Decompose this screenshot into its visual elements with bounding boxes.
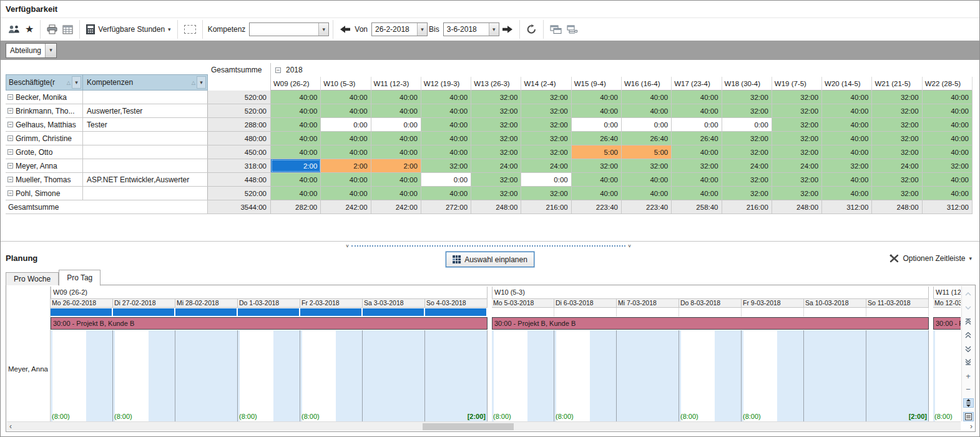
availability-cell[interactable]: 40:00 xyxy=(421,118,471,131)
schedule-selection-button[interactable]: Auswahl einplanen xyxy=(446,252,534,267)
availability-cell[interactable]: 40:00 xyxy=(271,173,321,186)
employees-icon[interactable] xyxy=(6,23,22,36)
collapse-row-icon[interactable]: − xyxy=(7,190,13,196)
employee-cell[interactable]: −Pohl, Simone xyxy=(6,187,83,200)
week-column-header[interactable]: W09 (26-2) xyxy=(271,77,321,91)
bis-date-select[interactable]: 3-6-2018 ▾ xyxy=(443,22,499,36)
availability-cell[interactable]: 0:00 xyxy=(321,118,371,131)
availability-cell[interactable]: 32:00 xyxy=(471,118,521,131)
availability-cell[interactable]: 32:00 xyxy=(521,145,571,159)
availability-cell[interactable]: 40:00 xyxy=(672,145,722,159)
availability-cell[interactable]: 26:40 xyxy=(572,132,622,145)
availability-cell[interactable]: 0:00 xyxy=(622,118,672,131)
gantt-day-header[interactable]: So 4-03-2018 xyxy=(425,299,488,307)
gantt-day-header[interactable]: Di 6-03-2018 xyxy=(554,299,617,307)
availability-cell[interactable]: 32:00 xyxy=(772,173,822,186)
availability-cell[interactable]: 2:00 xyxy=(321,159,371,172)
week-column-header[interactable]: W22 (28-5) xyxy=(923,77,973,91)
day-column[interactable]: (8:00) xyxy=(933,330,961,421)
availability-cell[interactable]: 40:00 xyxy=(271,145,321,159)
availability-cell[interactable]: 40:00 xyxy=(822,91,872,104)
availability-cell[interactable]: 32:00 xyxy=(722,145,772,159)
gantt-day-header[interactable]: Mi 7-03-2018 xyxy=(617,299,679,307)
day-column[interactable] xyxy=(363,330,425,421)
availability-cell[interactable]: 40:00 xyxy=(923,132,973,145)
availability-cell[interactable]: 32:00 xyxy=(772,187,822,200)
availability-cell[interactable]: 40:00 xyxy=(822,145,872,159)
competences-cell[interactable] xyxy=(83,132,208,145)
availability-cell[interactable]: 24:00 xyxy=(872,159,922,172)
availability-cell[interactable]: 32:00 xyxy=(722,173,772,186)
availability-cell[interactable]: 32:00 xyxy=(872,91,922,104)
page-up-icon[interactable] xyxy=(963,330,974,340)
timeline-options-button[interactable]: Optionen Zeitleiste ▾ xyxy=(889,254,972,263)
collapse-row-icon[interactable]: − xyxy=(7,135,13,141)
gantt-day-header[interactable]: Mo 12-03- xyxy=(933,299,961,307)
gantt-day-header[interactable]: Mi 28-02-2018 xyxy=(175,299,238,307)
zoom-in-icon[interactable]: + xyxy=(963,371,974,381)
availability-cell[interactable]: 32:00 xyxy=(521,118,571,131)
availability-cell[interactable]: 24:00 xyxy=(772,159,822,172)
availability-cell[interactable]: 32:00 xyxy=(471,104,521,117)
availability-cell[interactable]: 32:00 xyxy=(672,159,722,172)
week-column-header[interactable]: W11 (12-3) xyxy=(371,77,421,91)
availability-cell[interactable]: 40:00 xyxy=(321,173,371,186)
column-filter-button[interactable]: ▾ xyxy=(197,76,206,89)
availability-cell[interactable]: 40:00 xyxy=(672,104,722,117)
employee-cell[interactable]: −Mueller, Thomas xyxy=(6,173,83,186)
availability-cell[interactable]: 40:00 xyxy=(371,91,421,104)
availability-cell[interactable]: 26:40 xyxy=(672,132,722,145)
availability-cell[interactable]: 24:00 xyxy=(471,159,521,172)
availability-cell[interactable]: 40:00 xyxy=(271,104,321,117)
combo-drop-button[interactable]: ▾ xyxy=(489,23,499,36)
scroll-up-icon[interactable] xyxy=(963,290,974,299)
availability-cell[interactable]: 32:00 xyxy=(521,91,571,104)
task-bar[interactable]: 30:00 - Pr xyxy=(933,317,961,330)
day-column[interactable]: [2:00] xyxy=(866,330,929,421)
availability-cell[interactable]: 32:00 xyxy=(872,187,922,200)
print-icon[interactable] xyxy=(44,22,60,36)
day-column[interactable] xyxy=(175,330,238,421)
day-column[interactable]: [2:00] xyxy=(425,330,488,421)
availability-cell[interactable]: 32:00 xyxy=(471,132,521,145)
week-column-header[interactable]: W15 (9-4) xyxy=(572,77,622,91)
availability-cell[interactable]: 32:00 xyxy=(722,187,772,200)
availability-cell[interactable]: 24:00 xyxy=(521,159,571,172)
competences-cell[interactable]: ASP.NET Entwickler,Auswerter xyxy=(83,173,208,186)
day-column[interactable]: (8:00) xyxy=(554,330,617,421)
availability-cell[interactable]: 2:00 xyxy=(271,159,321,172)
availability-cell[interactable]: 32:00 xyxy=(471,145,521,159)
week-column-header[interactable]: W10 (5-3) xyxy=(321,77,371,91)
day-column[interactable]: (8:00) xyxy=(113,330,175,421)
availability-cell[interactable]: 32:00 xyxy=(872,145,922,159)
availability-cell[interactable]: 40:00 xyxy=(572,104,622,117)
day-column[interactable]: (8:00) xyxy=(492,330,554,421)
availability-cell[interactable]: 40:00 xyxy=(622,187,672,200)
employee-cell[interactable]: −Gelhaus, Matthias xyxy=(6,118,83,131)
scroll-left-icon[interactable]: ‹ xyxy=(9,422,12,431)
row-layout-button[interactable] xyxy=(564,23,580,36)
gantt-day-header[interactable]: So 11-03-2018 xyxy=(866,299,929,307)
availability-cell[interactable]: 5:00 xyxy=(572,145,622,159)
availability-cell[interactable]: 32:00 xyxy=(772,132,822,145)
competences-cell[interactable] xyxy=(83,187,208,200)
availability-cell[interactable]: 40:00 xyxy=(321,104,371,117)
availability-cell[interactable]: 40:00 xyxy=(822,173,872,186)
availability-cell[interactable]: 40:00 xyxy=(421,145,471,159)
availability-cell[interactable]: 40:00 xyxy=(321,187,371,200)
gantt-day-header[interactable]: Sa 3-03-2018 xyxy=(363,299,425,307)
next-period-button[interactable] xyxy=(499,23,516,36)
availability-cell[interactable]: 40:00 xyxy=(672,173,722,186)
availability-cell[interactable]: 40:00 xyxy=(923,173,973,186)
collapse-year-icon[interactable]: − xyxy=(275,67,281,73)
availability-cell[interactable]: 40:00 xyxy=(271,118,321,131)
availability-cell[interactable]: 0:00 xyxy=(421,173,471,186)
availability-cell[interactable]: 40:00 xyxy=(371,145,421,159)
availability-cell[interactable]: 40:00 xyxy=(622,91,672,104)
gantt-day-header[interactable]: Fr 2-03-2018 xyxy=(300,299,363,307)
h-scrollbar-thumb[interactable] xyxy=(423,423,514,430)
collapse-row-icon[interactable]: − xyxy=(7,163,13,169)
week-column-header[interactable]: W20 (14-5) xyxy=(822,77,872,91)
refresh-button[interactable] xyxy=(524,22,539,36)
availability-cell[interactable]: 32:00 xyxy=(722,132,772,145)
